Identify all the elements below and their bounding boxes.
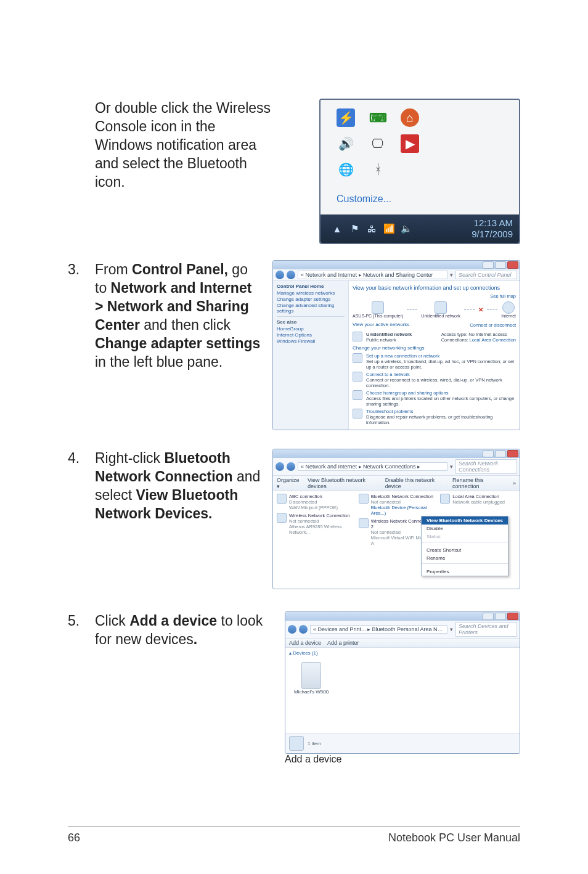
lan-icon (440, 494, 450, 504)
connect-icon (353, 372, 362, 382)
search-input[interactable]: Search Control Panel (455, 271, 517, 279)
close-button[interactable] (507, 450, 518, 457)
toolbar-more[interactable]: » (513, 480, 516, 486)
toolbar-add-device[interactable]: Add a device (289, 640, 321, 646)
nsc-content: View your basic network information and … (349, 281, 520, 430)
see-also-homegroup[interactable]: HomeGroup (277, 326, 345, 332)
internet-icon (502, 301, 515, 314)
ctx-rename[interactable]: Rename (422, 554, 508, 562)
step5-text: Click Add a device to look for new devic… (95, 611, 274, 648)
active-networks-heading: View your active networks (353, 322, 409, 327)
nav-fwd-icon[interactable] (287, 462, 295, 471)
clock-date: 9/17/2009 (472, 229, 513, 240)
conn-item-bluetooth[interactable]: Bluetooth Network ConnectionNot connecte… (359, 494, 435, 516)
globe-icon: 🌐 (337, 160, 355, 179)
setup-icon (353, 353, 362, 363)
status-icon (289, 736, 304, 751)
device-name: Michael's W500 (294, 689, 329, 695)
step4-text: Right-click Bluetooth Network Connection… (95, 449, 261, 523)
flag-icon[interactable]: ⚑ (349, 223, 360, 234)
troubleshoot-link[interactable]: Troubleshoot problems (366, 409, 413, 414)
breadcrumb[interactable]: « Network and Internet ▸ Network Connect… (298, 462, 447, 471)
toolbar-rename[interactable]: Rename this connection (452, 477, 507, 489)
toolbar-view-bt[interactable]: View Bluetooth network devices (308, 477, 379, 489)
customize-link[interactable]: Customize... (337, 194, 391, 204)
volume-tray-icon[interactable]: 🔈 (401, 223, 412, 234)
max-button[interactable] (495, 261, 506, 269)
bt-conn-icon (359, 494, 369, 504)
speaker-icon: 🔊 (337, 134, 355, 153)
nav-back-icon[interactable] (288, 625, 296, 634)
status-bar: 1 item (285, 733, 520, 753)
step3-text: From Control Panel, go to Network and In… (95, 260, 261, 371)
close-button[interactable] (507, 261, 518, 269)
change-settings-heading: Change your networking settings (353, 345, 516, 351)
see-full-map-link[interactable]: See full map (490, 293, 516, 299)
homegroup-icon (353, 390, 362, 400)
toolbar-disable[interactable]: Disable this network device (385, 477, 446, 489)
breadcrumb[interactable]: « Devices and Print... ▸ Bluetooth Perso… (310, 625, 447, 634)
close-button[interactable] (507, 613, 518, 620)
toolbar-add-printer[interactable]: Add a printer (327, 640, 359, 646)
pc-icon (372, 301, 384, 314)
device-item[interactable]: Michael's W500 (294, 662, 329, 695)
search-input[interactable]: Search Devices and Printers (455, 622, 517, 637)
see-also-internet-options[interactable]: Internet Options (277, 332, 345, 338)
wifi-icon (277, 513, 287, 523)
fig-bt-pan-devices: « Devices and Print... ▸ Bluetooth Perso… (285, 611, 520, 754)
phone-icon (301, 662, 321, 689)
taskbar-clock[interactable]: 12:13 AM 9/17/2009 (472, 218, 514, 240)
ctx-view-bt-devices[interactable]: View Bluetooth Network Devices (422, 517, 508, 525)
wifi-tray-icon[interactable]: 📶 (383, 223, 394, 234)
toolbar-organize[interactable]: Organize ▾ (277, 477, 301, 489)
conn-item[interactable]: Wireless Network ConnectionNot connected… (277, 513, 353, 535)
devices-group[interactable]: ▴ Devices (1) (289, 650, 516, 656)
chevron-up-icon[interactable]: ▲ (332, 223, 343, 234)
sidebar-item-change-adapter[interactable]: Change adapter settings (277, 296, 345, 302)
ctx-disable[interactable]: Disable (422, 525, 508, 533)
ctx-create-shortcut[interactable]: Create Shortcut (422, 546, 508, 554)
bench-icon (353, 332, 362, 341)
min-button[interactable] (483, 261, 494, 269)
min-button[interactable] (483, 450, 494, 457)
max-button[interactable] (495, 613, 506, 620)
connect-disconnect-link[interactable]: Connect or disconnect (470, 322, 516, 328)
network-map: ASUS-PC (This computer) Unidentified net… (353, 301, 516, 318)
connect-network-link[interactable]: Connect to a network (366, 372, 410, 377)
power-icon: ⚡ (337, 108, 355, 127)
nav-fwd-icon[interactable] (287, 271, 295, 279)
sidebar-item-manage-wireless[interactable]: Manage wireless networks (277, 290, 345, 296)
page-footer: 66 Notebook PC User Manual (68, 826, 520, 844)
see-also-windows-firewall[interactable]: Windows Firewall (277, 338, 345, 344)
manual-title: Notebook PC User Manual (388, 831, 520, 844)
sidebar-title: Control Panel Home (277, 284, 345, 289)
network-tray-icon[interactable]: 🖧 (366, 223, 377, 234)
homegroup-link[interactable]: Choose homegroup and sharing options (366, 390, 448, 396)
min-button[interactable] (483, 613, 494, 620)
max-button[interactable] (495, 450, 506, 457)
disconnect-icon: ✕ (478, 306, 483, 313)
search-input[interactable]: Search Network Connections (455, 459, 517, 474)
nsc-heading: View your basic network information and … (353, 285, 516, 291)
breadcrumb[interactable]: « Network and Internet ▸ Network and Sha… (298, 271, 447, 279)
intro-text: Or double click the Wireless Console ico… (95, 99, 274, 191)
fig-network-sharing-center: « Network and Internet ▸ Network and Sha… (272, 260, 520, 430)
fig-network-connections: « Network and Internet ▸ Network Connect… (272, 449, 520, 589)
status-text: 1 item (308, 741, 321, 746)
video-icon: ▶ (401, 134, 419, 153)
setup-connection-link[interactable]: Set up a new connection or network (366, 353, 439, 359)
home-icon: ⌂ (401, 108, 419, 127)
nav-fwd-icon[interactable] (299, 625, 308, 634)
conn-item[interactable]: Local Area ConnectionNetwork cable unplu… (440, 494, 516, 505)
ctx-properties[interactable]: Properties (422, 568, 508, 576)
see-also-title: See also (277, 319, 345, 325)
step3-number: 3. (68, 260, 95, 279)
context-menu: View Bluetooth Network Devices Disable S… (421, 516, 508, 576)
bluetooth-icon: ᚼ (369, 160, 387, 179)
sidebar-item-advanced-sharing[interactable]: Change advanced sharing settings (277, 303, 345, 314)
dialup-icon (277, 494, 287, 504)
conn-item[interactable]: ABC connectionDisconnectedWAN Miniport (… (277, 494, 353, 510)
nav-back-icon[interactable] (276, 462, 284, 471)
nav-back-icon[interactable] (276, 271, 284, 279)
fig-notification-area: ⚡ ⌨ ⌂ 🔊 🖵 ▶ 🌐 ᚼ (319, 99, 520, 244)
